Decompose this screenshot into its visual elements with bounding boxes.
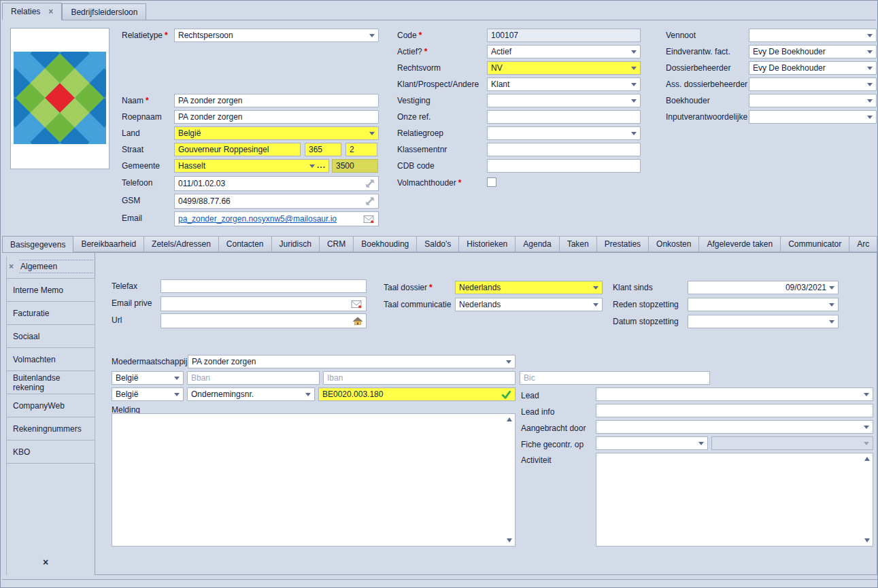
onderneming-land-dropdown[interactable]: België [112,387,184,401]
tab-zetels-adressen[interactable]: Zetels/Adressen [144,236,219,252]
volmachthouder-checkbox[interactable] [487,177,496,187]
iban-input[interactable]: Iban [323,371,516,385]
dossierbeheerder-dropdown[interactable]: Evy De Boekhouder [749,61,877,75]
volmachthouder-label: Volmachthouder* [397,176,461,190]
gemeente-dropdown[interactable]: Hasselt ... [174,159,329,173]
melding-memo [112,413,516,547]
eindverantw-fact-dropdown[interactable]: Evy De Boekhouder [749,45,877,58]
email-input[interactable]: pa_zonder_zorgen.nosyxnw5@mailosaur.io [174,211,379,226]
sidebar-item-buitenlandse-rekening[interactable]: Buitenlandse rekening [6,370,95,394]
actief-dropdown[interactable]: Actief [487,45,641,58]
lead-info-input[interactable] [596,404,873,417]
mail-icon[interactable] [351,300,362,309]
bic-input[interactable]: Bic [520,371,710,385]
rechtsvorm-dropdown[interactable]: NV [487,61,641,75]
relatiegroep-dropdown[interactable] [487,126,641,140]
bus-input[interactable]: 2 [345,143,377,156]
melding-textarea[interactable] [112,414,508,549]
sidebar-close-icon[interactable]: × [9,262,14,271]
vestiging-dropdown[interactable] [487,94,641,107]
tab-saldos[interactable]: Saldo's [417,236,459,252]
ass-dossierbeheerder-dropdown[interactable] [749,77,877,91]
close-tab-icon[interactable]: × [48,7,53,16]
tab-taken[interactable]: Taken [560,236,597,252]
gsm-input[interactable]: 0499/88.77.66 [174,194,379,209]
dossierbeheerder-label: Dossierbeheerder [666,61,730,75]
taal-communicatie-dropdown[interactable]: Nederlands [455,298,603,311]
tab-archief[interactable]: Arc [849,236,877,252]
window-tab-relaties[interactable]: Relaties × [2,3,62,20]
naam-input[interactable]: PA zonder zorgen [174,94,379,107]
sidebar-item-interne-memo[interactable]: Interne Memo [6,278,95,302]
phone-icon[interactable] [365,196,375,206]
scroll-up-icon[interactable] [864,457,870,461]
panel-close-icon[interactable]: × [43,557,48,568]
tab-basisgegevens[interactable]: Basisgegevens [2,236,73,253]
huisnummer-input[interactable]: 365 [305,143,341,156]
bank-land-dropdown[interactable]: België [112,371,184,385]
mail-icon[interactable] [363,215,375,224]
window-tab-bedrijfsleidersloon[interactable]: Bedrijfsleidersloon [62,3,146,20]
roepnaam-input[interactable]: PA zonder zorgen [174,110,379,124]
klassementnr-input[interactable] [487,143,641,156]
klant-prospect-dropdown[interactable]: Klant [487,77,641,91]
sidebar-item-sociaal[interactable]: Sociaal [6,324,95,348]
telefoon-input[interactable]: 011/01.02.03 [174,176,379,191]
home-icon[interactable] [353,317,362,326]
scroll-up-icon[interactable] [507,417,512,421]
boekhouder-label: Boekhouder [666,94,710,107]
tab-agenda[interactable]: Agenda [516,236,559,252]
taal-dossier-dropdown[interactable]: Nederlands [455,281,603,294]
land-dropdown[interactable]: België [174,126,379,140]
url-input[interactable] [161,313,367,328]
email-link[interactable]: pa_zonder_zorgen.nosyxnw5@mailosaur.io [178,214,360,224]
required-asterisk: * [419,31,422,40]
straat-input[interactable]: Gouverneur Roppesingel [174,143,301,156]
lead-dropdown[interactable] [596,387,873,401]
tab-contacten[interactable]: Contacten [219,236,272,252]
scroll-down-icon[interactable] [864,538,870,542]
tab-onkosten[interactable]: Onkosten [649,236,699,252]
check-icon [501,390,511,400]
aangebracht-door-label: Aangebracht door [521,421,586,435]
onze-ref-input[interactable] [487,110,641,124]
ellipsis-lookup-button[interactable]: ... [317,160,326,170]
tab-afgeleverde-taken[interactable]: Afgeleverde taken [699,236,781,252]
relatiegroep-label: Relatiegroep [397,126,443,140]
tab-historieken[interactable]: Historieken [459,236,516,252]
scroll-down-icon[interactable] [507,538,512,542]
url-label: Url [112,313,122,327]
sidebar-item-algemeen[interactable]: Algemeen [19,260,93,273]
vennoot-dropdown[interactable] [749,29,877,42]
aangebracht-door-dropdown[interactable] [596,420,873,434]
phone-icon[interactable] [365,179,375,188]
sidebar-item-rekeningnummers[interactable]: Rekeningnummers [6,417,95,440]
moedermaatschappij-dropdown[interactable]: PA zonder zorgen [188,355,516,368]
tab-juridisch[interactable]: Juridisch [272,236,320,252]
sidebar-item-kbo[interactable]: KBO [6,440,95,464]
boekhouder-dropdown[interactable] [749,94,877,107]
sidebar-item-facturatie[interactable]: Facturatie [6,301,95,325]
ondernemingsnr-type-dropdown[interactable]: Ondernemingsnr. [187,387,315,401]
chevron-down-icon [174,393,180,396]
sidebar-item-companyweb[interactable]: CompanyWeb [6,394,95,417]
tab-crm[interactable]: CRM [320,236,354,252]
tab-bereikbaarheid[interactable]: Bereikbaarheid [73,236,144,252]
telefax-input[interactable] [161,279,367,293]
klant-sinds-datepicker[interactable]: 09/03/2021 [688,281,839,294]
fiche-gecontr-op-dropdown[interactable] [596,436,708,450]
postcode-field[interactable]: 3500 [332,159,378,173]
reden-stopzetting-dropdown[interactable] [688,298,839,311]
ondernemingsnr-input[interactable]: BE0020.003.180 [318,387,516,401]
tab-prestaties[interactable]: Prestaties [597,236,649,252]
bban-input[interactable]: Bban [187,371,320,385]
cdb-code-input[interactable] [487,159,641,173]
inputverantwoordelijke-dropdown[interactable] [749,110,877,124]
email-prive-input[interactable] [161,296,367,311]
activiteit-textarea[interactable] [596,453,866,549]
datum-stopzetting-dropdown[interactable] [688,315,839,328]
sidebar-item-volmachten[interactable]: Volmachten [6,347,95,371]
tab-communicator[interactable]: Communicator [781,236,849,252]
relatietype-dropdown[interactable]: Rechtspersoon [174,29,379,42]
tab-boekhouding[interactable]: Boekhouding [354,236,417,252]
